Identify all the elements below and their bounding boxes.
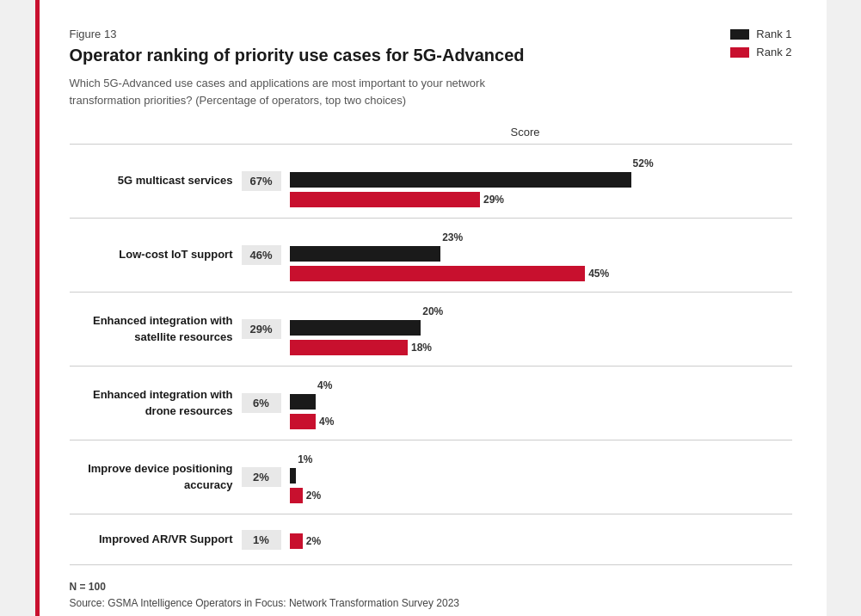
score-box: 67% <box>242 171 281 191</box>
bar-row-rank2: 2% <box>290 533 322 549</box>
chart-row: Enhanced integration with satellite reso… <box>70 292 792 366</box>
bar-row-rank1: 4% <box>290 394 317 410</box>
bar-label-rank1: 1% <box>298 453 312 465</box>
chart-title: Operator ranking of priority use cases f… <box>70 44 792 66</box>
bar-rank2 <box>290 266 586 281</box>
row-label: Low-cost IoT support <box>70 247 242 262</box>
legend: Rank 1 Rank 2 <box>730 28 791 59</box>
chart-subtitle: Which 5G-Advanced use cases and applicat… <box>70 75 551 108</box>
chart-row: Improved AR/VR Support1%2% <box>70 514 792 565</box>
chart-row: Enhanced integration with drone resource… <box>70 366 792 440</box>
row-label: Improved AR/VR Support <box>70 532 242 547</box>
bar-rank1 <box>290 468 297 484</box>
bars-wrapper: 1%2% <box>290 451 792 503</box>
bar-rank2 <box>290 340 408 355</box>
bars-wrapper: 4%4% <box>290 377 792 429</box>
score-box: 6% <box>242 393 281 413</box>
bars-wrapper: 23%45% <box>290 229 792 281</box>
bar-rank1 <box>290 172 631 188</box>
bar-row-rank2: 29% <box>290 192 504 207</box>
chart-note: N = 100 Source: GSMA Intelligence Operat… <box>70 579 792 612</box>
bar-label-rank1: 23% <box>442 231 463 243</box>
bar-rank1 <box>290 246 441 262</box>
chart-row: Improve device positioning accuracy2%1%2… <box>70 440 792 514</box>
bar-row-rank1: 1% <box>290 468 297 484</box>
score-box: 29% <box>242 319 281 339</box>
legend-rank2-box <box>730 47 749 58</box>
bar-rank2 <box>290 533 303 549</box>
legend-rank2: Rank 2 <box>730 46 791 59</box>
chart-area: 5G multicast services67%52%29%Low-cost I… <box>70 144 792 565</box>
chart-card: Rank 1 Rank 2 Figure 13 Operator ranking… <box>35 0 827 616</box>
bar-label-rank1: 20% <box>422 305 443 317</box>
bar-label-rank1: 4% <box>317 379 332 391</box>
bars-wrapper: 2% <box>290 531 792 549</box>
bar-row-rank1: 23% <box>290 246 441 262</box>
left-accent <box>35 0 40 616</box>
bar-label-rank2: 4% <box>319 416 334 428</box>
row-label: Improve device positioning accuracy <box>70 461 242 492</box>
row-label: Enhanced integration with satellite reso… <box>70 313 242 344</box>
legend-rank1-label: Rank 1 <box>756 28 791 40</box>
bar-label-rank2: 18% <box>411 342 432 354</box>
bar-label-rank2: 29% <box>483 194 504 206</box>
bar-rank1 <box>290 320 421 336</box>
bar-row-rank2: 45% <box>290 266 610 281</box>
note-source: Source: GSMA Intelligence Operators in F… <box>70 597 460 609</box>
legend-rank1-box <box>730 29 749 40</box>
chart-row: Low-cost IoT support46%23%45% <box>70 218 792 292</box>
legend-rank1: Rank 1 <box>730 28 791 40</box>
bar-row-rank1: 52% <box>290 172 631 188</box>
bar-rank2 <box>290 192 480 207</box>
bars-wrapper: 20%18% <box>290 303 792 355</box>
score-box: 46% <box>242 245 281 265</box>
bar-row-rank2: 18% <box>290 340 432 355</box>
bars-wrapper: 52%29% <box>290 155 792 207</box>
figure-label: Figure 13 <box>70 28 792 40</box>
bar-row-rank1: 20% <box>290 320 421 336</box>
bar-label-rank1: 52% <box>633 157 654 169</box>
bar-row-rank2: 4% <box>290 414 335 429</box>
bar-label-rank2: 2% <box>306 490 321 502</box>
bar-rank2 <box>290 488 303 503</box>
bar-row-rank2: 2% <box>290 488 322 503</box>
score-header: Score <box>259 126 792 139</box>
score-box: 1% <box>242 530 281 550</box>
bar-rank1 <box>290 394 317 410</box>
bar-label-rank2: 45% <box>588 268 609 280</box>
chart-row: 5G multicast services67%52%29% <box>70 144 792 218</box>
bar-label-rank2: 2% <box>306 535 321 547</box>
legend-rank2-label: Rank 2 <box>756 46 791 59</box>
bar-rank2 <box>290 414 317 429</box>
note-n: N = 100 <box>70 581 106 593</box>
score-box: 2% <box>242 467 281 487</box>
row-label: Enhanced integration with drone resource… <box>70 387 242 418</box>
row-label: 5G multicast services <box>70 173 242 188</box>
